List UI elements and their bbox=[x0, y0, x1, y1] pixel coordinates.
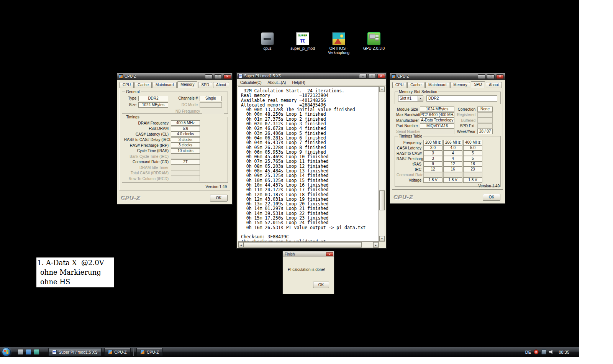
size-value: 1024 MBytes bbox=[138, 102, 168, 108]
menu-calculate[interactable]: Calculate(C) bbox=[237, 80, 265, 85]
row-label: RAS# to CAS# bbox=[397, 151, 423, 156]
general-groupbox: General Type DDR2 Channels # Single Size… bbox=[122, 92, 228, 114]
cpuz-app-icon bbox=[119, 74, 123, 79]
titlebar[interactable]: CPU-Z – □ ✕ bbox=[117, 73, 232, 80]
cell-400mhz bbox=[463, 172, 482, 177]
cell-200mhz: 9 bbox=[423, 161, 443, 167]
scrollbar-thumb[interactable] bbox=[379, 190, 385, 210]
maximize-button[interactable]: □ bbox=[487, 74, 495, 79]
window-title: CPU-Z bbox=[397, 74, 476, 79]
tab[interactable]: Memory bbox=[450, 82, 470, 88]
maximize-button[interactable]: □ bbox=[368, 74, 376, 79]
titlebar[interactable]: CPU-Z – □ ✕ bbox=[390, 73, 505, 80]
taskbar-button-cpuz-1[interactable]: CPU-Z bbox=[104, 348, 131, 356]
timing-label: DRAM Frequency bbox=[124, 121, 171, 125]
start-button[interactable] bbox=[2, 348, 11, 356]
close-button[interactable]: ✕ bbox=[326, 252, 333, 256]
titlebar[interactable]: π Super PI / mod1.5 XS – □ ✕ bbox=[237, 73, 386, 79]
alert-tray-icon[interactable]: ✕ bbox=[534, 349, 539, 354]
slot-select[interactable]: Slot #1 ▼ bbox=[398, 95, 423, 102]
timing-row: CAS# Latency (CL) 4.0 clocks bbox=[122, 131, 228, 137]
size-label: Size bbox=[124, 103, 138, 107]
close-button[interactable]: ✕ bbox=[377, 74, 385, 79]
vertical-scrollbar[interactable]: ▲ ▼ bbox=[379, 86, 385, 242]
type-label: Type bbox=[124, 96, 138, 100]
menu-help[interactable]: Help(H) bbox=[289, 80, 308, 85]
ok-button[interactable]: OK bbox=[483, 194, 500, 201]
scroll-left-icon[interactable]: ◄ bbox=[238, 242, 244, 248]
tab[interactable]: Cache bbox=[407, 82, 425, 88]
browser-icon[interactable] bbox=[26, 349, 31, 355]
maximize-button[interactable]: □ bbox=[214, 74, 222, 79]
desktop-icon-gpuz[interactable]: GPU-Z.0.3.0 bbox=[359, 32, 389, 51]
cell-266mhz bbox=[443, 172, 462, 177]
memory-tab-panel: General Type DDR2 Channels # Single Size… bbox=[119, 88, 230, 190]
tab[interactable]: Cache bbox=[134, 82, 152, 88]
tab[interactable]: Memory bbox=[177, 81, 197, 88]
task-label: Super PI / mod1.5 XS bbox=[59, 350, 98, 354]
minimize-button[interactable]: – bbox=[478, 74, 485, 79]
tab[interactable]: CPU bbox=[392, 82, 406, 88]
menu-about[interactable]: About...(A) bbox=[265, 80, 289, 85]
network-tray-icon[interactable] bbox=[541, 349, 546, 354]
language-indicator[interactable]: DE bbox=[525, 350, 531, 354]
task-label: CPU-Z bbox=[147, 350, 159, 354]
buffered-label: Buffered bbox=[454, 118, 477, 123]
minimize-button[interactable]: – bbox=[359, 74, 367, 79]
timing-label: DRAM Idle Timer bbox=[124, 166, 171, 170]
dc-mode-label: DC Mode bbox=[168, 103, 200, 107]
scroll-right-icon[interactable]: ► bbox=[373, 242, 379, 248]
spd-ext-value bbox=[477, 123, 493, 129]
row-label: Voltage bbox=[397, 178, 423, 182]
timing-row: DRAM Idle Timer bbox=[122, 165, 228, 171]
tab[interactable]: CPU bbox=[120, 82, 134, 88]
ok-button[interactable]: OK bbox=[313, 282, 329, 288]
row-label: tRC bbox=[397, 167, 423, 172]
cpuz-app-icon bbox=[140, 350, 145, 354]
tab[interactable]: Mainboard bbox=[425, 82, 449, 88]
close-button[interactable]: ✕ bbox=[223, 74, 231, 79]
tab[interactable]: SPD bbox=[198, 82, 212, 88]
titlebar[interactable]: Finish ✕ bbox=[283, 251, 334, 257]
calculation-output: 32M Calculation Start. 24 iterations. Re… bbox=[238, 86, 379, 242]
cell-400mhz: 400 MHz bbox=[463, 140, 482, 145]
tab[interactable]: About bbox=[486, 82, 502, 88]
table-row: CAS# Latency 3.0 4.0 5.0 bbox=[395, 145, 500, 151]
taskbar-button-cpuz-2[interactable]: CPU-Z bbox=[136, 348, 163, 356]
timing-row: FSB:DRAM 5:6 bbox=[122, 126, 228, 132]
correction-label: Correction bbox=[454, 107, 477, 111]
task-label: CPU-Z bbox=[115, 350, 127, 354]
tab[interactable]: Mainboard bbox=[152, 82, 177, 88]
cell-200mhz: 3 bbox=[423, 151, 443, 156]
ok-button[interactable]: OK bbox=[210, 195, 228, 202]
timing-value bbox=[171, 165, 200, 170]
clock[interactable]: 08:35 bbox=[557, 350, 569, 354]
annotation-line: ohne Markierung bbox=[37, 267, 114, 277]
scrollbar-thumb[interactable] bbox=[244, 242, 362, 248]
minimize-button[interactable]: – bbox=[205, 74, 213, 79]
cell-400mhz: 5 bbox=[463, 156, 482, 161]
window-title: CPU-Z bbox=[125, 74, 203, 79]
tab[interactable]: About bbox=[213, 82, 229, 88]
desktop-icon-cpuz[interactable]: cpuz bbox=[252, 32, 283, 51]
scroll-up-icon[interactable]: ▲ bbox=[379, 87, 385, 92]
desktop-icon-superpi[interactable]: SUPER π super_pi_mod bbox=[287, 32, 318, 51]
timings-rows: DRAM Frequency 400.5 MHz FSB:DRAM 5:6 CA… bbox=[122, 120, 228, 182]
close-button[interactable]: ✕ bbox=[496, 74, 504, 79]
windows-logo-icon bbox=[4, 350, 8, 354]
channels-label: Channels # bbox=[168, 96, 200, 100]
chevron-down-icon[interactable]: ▼ bbox=[418, 96, 423, 101]
cpuz-logo: CPU-Z bbox=[394, 194, 413, 200]
show-desktop-icon[interactable] bbox=[18, 349, 23, 355]
horizontal-scrollbar[interactable]: ◄ ► bbox=[238, 242, 379, 248]
volume-icon[interactable] bbox=[549, 350, 554, 354]
scroll-down-icon[interactable]: ▼ bbox=[379, 236, 385, 241]
desktop-icon-orthos[interactable]: ORTHOS - Verknüpfung bbox=[323, 32, 354, 55]
media-player-icon[interactable] bbox=[34, 349, 39, 355]
annotation-box: 1. A-Data X @2.0V ohne Markierung ohne H… bbox=[36, 257, 114, 287]
taskbar-button-superpi[interactable]: π Super PI / mod1.5 XS bbox=[48, 348, 102, 356]
timings-table-groupbox: Timings Table Frequency 200 MHz 266 MHz … bbox=[395, 136, 501, 187]
type-value: DDR2 bbox=[138, 96, 168, 101]
cpuz-app-icon bbox=[108, 350, 113, 354]
tab[interactable]: SPD bbox=[471, 81, 485, 88]
